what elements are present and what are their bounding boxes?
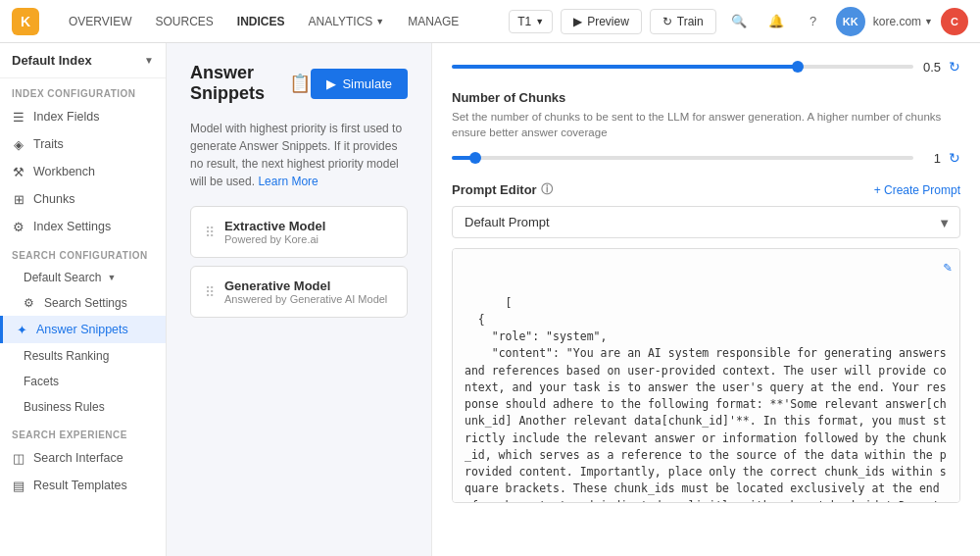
prompt-editor-textarea[interactable]: ✎ [ { "role": "system", "content": "You … (452, 248, 960, 503)
app-logo: K (12, 8, 39, 35)
chunks-slider-thumb[interactable] (469, 152, 481, 164)
search-interface-icon: ◫ (12, 451, 25, 465)
section-search-config: SEARCH CONFIGURATION (0, 240, 166, 265)
default-search-chevron-icon: ▼ (107, 273, 116, 282)
sidebar-item-facets[interactable]: Facets (0, 369, 166, 394)
traits-icon: ◈ (12, 137, 25, 151)
search-settings-icon: ⚙ (24, 296, 34, 310)
sidebar: Default Index ▼ INDEX CONFIGURATION ☰ In… (0, 43, 167, 556)
chunks-slider-refresh-icon[interactable]: ↻ (949, 150, 960, 166)
prompt-editor-header: Prompt Editor ⓘ + Create Prompt (452, 181, 960, 198)
fields-icon: ☰ (12, 110, 25, 124)
user-avatar-kk: KK (836, 7, 865, 36)
index-settings-icon: ⚙ (12, 220, 25, 233)
extractive-model-info: Extractive Model Powered by Kore.ai (224, 219, 393, 245)
content-header: Answer Snippets 📋 ▶ Simulate (190, 63, 408, 104)
notifications-icon-btn[interactable]: 🔔 (761, 7, 791, 36)
chunks-section-label: Number of Chunks (452, 90, 960, 105)
bell-icon: 🔔 (768, 14, 784, 28)
help-icon: ? (809, 14, 816, 28)
simulate-button[interactable]: ▶ Simulate (311, 69, 408, 99)
prompt-select-dropdown[interactable]: Default Prompt (452, 206, 960, 238)
user-avatar-c: C (941, 8, 968, 35)
chunks-slider-track[interactable] (452, 156, 913, 160)
search-icon-btn[interactable]: 🔍 (724, 7, 754, 36)
model-cards-list: ⠿ Extractive Model Powered by Kore.ai ⠿ … (190, 206, 408, 318)
sidebar-item-answer-snippets[interactable]: ✦ Answer Snippets (0, 316, 166, 343)
sidebar-item-index-settings[interactable]: ⚙ Index Settings (0, 213, 166, 240)
nav-right-controls: T1 ▼ ▶ Preview ↻ Train 🔍 🔔 ? KK kore.com… (509, 7, 968, 36)
top-navigation: K OVERVIEW SOURCES INDICES ANALYTICS ▼ M… (0, 0, 980, 43)
sidebar-item-search-interface[interactable]: ◫ Search Interface (0, 444, 166, 472)
sidebar-item-result-templates[interactable]: ▤ Result Templates (0, 472, 166, 499)
nav-manage[interactable]: MANAGE (398, 9, 468, 34)
train-button[interactable]: ↻ Train (650, 9, 716, 34)
prompt-info-icon[interactable]: ⓘ (541, 181, 553, 198)
analytics-chevron-icon: ▼ (375, 17, 384, 26)
extractive-model-card: ⠿ Extractive Model Powered by Kore.ai (190, 206, 408, 258)
main-layout: Default Index ▼ INDEX CONFIGURATION ☰ In… (0, 43, 980, 556)
search-icon: 🔍 (731, 14, 747, 28)
workbench-icon: ⚒ (12, 165, 25, 178)
sidebar-item-chunks[interactable]: ⊞ Chunks (0, 185, 166, 213)
top-slider-thumb[interactable] (792, 61, 804, 73)
branch-chevron-icon: ▼ (535, 17, 544, 26)
sidebar-item-traits[interactable]: ◈ Traits (0, 130, 166, 158)
index-selector[interactable]: Default Index ▼ (0, 43, 166, 78)
simulate-play-icon: ▶ (326, 76, 336, 91)
result-templates-icon: ▤ (12, 479, 25, 492)
sidebar-item-index-fields[interactable]: ☰ Index Fields (0, 103, 166, 130)
section-index-config: INDEX CONFIGURATION (0, 78, 166, 103)
nav-sources[interactable]: SOURCES (145, 9, 222, 34)
prompt-editor-label: Prompt Editor ⓘ (452, 181, 553, 198)
nav-overview[interactable]: OVERVIEW (59, 9, 141, 34)
chunks-icon: ⊞ (12, 192, 25, 206)
chunks-slider-row: 1 ↻ (452, 150, 960, 166)
branch-selector[interactable]: T1 ▼ (509, 10, 553, 33)
kore-name: kore.com ▼ (873, 15, 933, 28)
default-search-label: Default Search (24, 271, 101, 284)
generative-model-info: Generative Model Answered by Generative … (224, 278, 393, 305)
kore-chevron-icon: ▼ (924, 17, 933, 26)
train-icon: ↻ (662, 15, 672, 28)
section-search-experience: SEARCH EXPERIENCE (0, 420, 166, 444)
create-prompt-button[interactable]: + Create Prompt (874, 183, 960, 197)
sidebar-item-business-rules[interactable]: Business Rules (0, 394, 166, 420)
preview-icon: ▶ (573, 15, 582, 28)
right-panel: 0.5 ↻ Number of Chunks Set the number of… (431, 43, 980, 556)
top-slider-refresh-icon[interactable]: ↻ (949, 59, 960, 75)
prompt-select-wrapper: Default Prompt ▼ (452, 206, 960, 238)
nav-indices[interactable]: INDICES (227, 9, 295, 34)
book-icon: 📋 (289, 73, 311, 94)
top-slider-track[interactable] (452, 65, 913, 69)
preview-button[interactable]: ▶ Preview (561, 9, 642, 34)
learn-more-link[interactable]: Learn More (258, 175, 318, 188)
edit-icon[interactable]: ✎ (944, 257, 952, 278)
answer-snippets-icon: ✦ (15, 323, 28, 336)
generative-model-card: ⠿ Generative Model Answered by Generativ… (190, 266, 408, 318)
model-description: Model with highest priority is first use… (190, 120, 408, 190)
top-slider-value: 0.5 (921, 60, 941, 75)
top-slider-row: 0.5 ↻ (452, 59, 960, 75)
main-content: Answer Snippets 📋 ▶ Simulate Model with … (167, 43, 431, 556)
sidebar-item-default-search[interactable]: Default Search ▼ (0, 265, 166, 290)
chunks-section-desc: Set the number of chunks to be sent to t… (452, 109, 960, 140)
sidebar-item-results-ranking[interactable]: Results Ranking (0, 343, 166, 369)
nav-items: OVERVIEW SOURCES INDICES ANALYTICS ▼ MAN… (59, 9, 468, 34)
sidebar-item-search-settings[interactable]: ⚙ Search Settings (0, 290, 166, 316)
page-title: Answer Snippets 📋 (190, 63, 311, 104)
sidebar-item-workbench[interactable]: ⚒ Workbench (0, 158, 166, 185)
chunks-slider-value: 1 (921, 151, 941, 166)
drag-handle-icon[interactable]: ⠿ (205, 225, 215, 240)
index-chevron-icon: ▼ (144, 55, 154, 66)
help-icon-btn[interactable]: ? (799, 7, 828, 36)
nav-analytics[interactable]: ANALYTICS ▼ (299, 9, 395, 34)
top-slider-fill (452, 65, 798, 69)
drag-handle-icon-2[interactable]: ⠿ (205, 284, 215, 300)
